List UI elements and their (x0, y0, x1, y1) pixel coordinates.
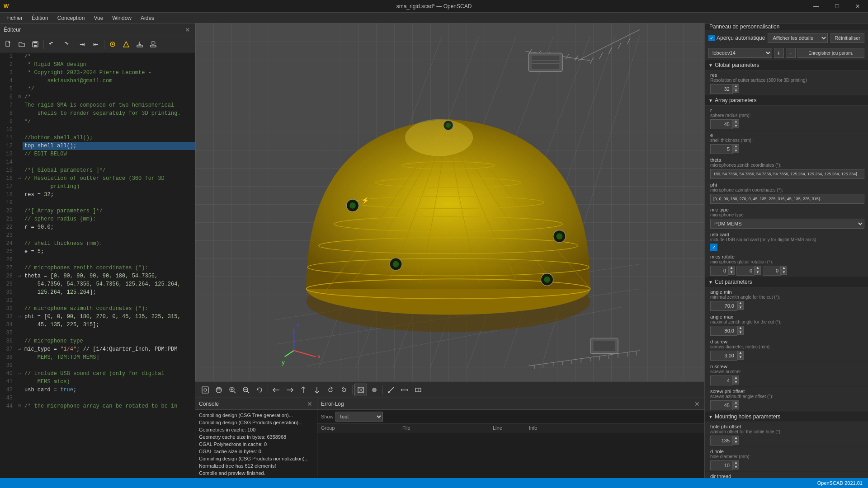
param-theta-input[interactable] (710, 169, 864, 179)
param-e-input[interactable] (710, 144, 733, 154)
menu-conception[interactable]: Conception (53, 14, 90, 22)
param-d-screw-up[interactable]: ▲ (737, 351, 744, 355)
param-usb-card-checkbox[interactable]: ✓ (710, 244, 717, 251)
mics-rotate-x-input[interactable] (710, 266, 728, 276)
section-array[interactable]: ▼ Array parameters (705, 95, 868, 106)
unindent-button[interactable]: ⇤ (90, 38, 102, 51)
errorlog-close[interactable]: ✕ (693, 400, 701, 408)
auto-preview-label[interactable]: ✓ Aperçu automatique (708, 35, 765, 41)
param-hole-phi-up[interactable]: ▲ (733, 436, 739, 440)
param-screw-phi-down[interactable]: ▼ (733, 405, 739, 409)
param-n-screw-input[interactable] (710, 375, 733, 385)
param-screw-phi-input[interactable] (710, 400, 733, 410)
mics-rotate-x-up[interactable]: ▲ (728, 266, 735, 270)
param-angle-min-up[interactable]: ▲ (737, 301, 744, 305)
render-button[interactable] (120, 38, 132, 51)
view-rotate-cw[interactable] (324, 384, 337, 396)
mics-rotate-z-down[interactable]: ▼ (781, 270, 787, 275)
editor-close[interactable]: ✕ (184, 26, 191, 33)
param-angle-min-input[interactable] (710, 301, 737, 311)
save-file-button[interactable] (29, 38, 42, 51)
param-screw-phi-up[interactable]: ▲ (733, 400, 739, 405)
menu-fichier[interactable]: Fichier (2, 14, 27, 22)
indent-button[interactable]: ⇥ (76, 38, 89, 51)
mics-rotate-y-down[interactable]: ▼ (755, 270, 761, 275)
auto-preview-checkbox[interactable]: ✓ (708, 35, 715, 41)
mics-rotate-y-input[interactable] (736, 266, 755, 276)
minimize-button[interactable]: — (806, 0, 826, 13)
menu-window[interactable]: Window (108, 14, 136, 22)
param-e-up[interactable]: ▲ (733, 144, 739, 149)
viewport[interactable]: ⚡ (195, 23, 704, 381)
param-e: e shell thickness (mm): ▲ ▼ (705, 131, 868, 155)
new-file-button[interactable] (2, 38, 14, 51)
code-line-41: 41 MEMS mics) (0, 378, 195, 386)
save-profile-button[interactable]: Enregistrer jeu param. (797, 48, 865, 58)
maximize-button[interactable]: ☐ (826, 0, 847, 13)
param-res-down[interactable]: ▼ (733, 89, 739, 93)
export-stl-button[interactable] (133, 38, 146, 51)
reset-button[interactable]: Réinitialiser (830, 33, 864, 43)
param-res-input[interactable] (710, 84, 733, 94)
profile-remove-button[interactable]: - (786, 48, 796, 58)
menu-vue[interactable]: Vue (89, 14, 108, 22)
menu-aides[interactable]: Aides (136, 14, 159, 22)
param-d-screw-input[interactable] (710, 351, 737, 361)
view-pan-right[interactable] (283, 384, 296, 396)
profile-add-button[interactable]: + (774, 48, 784, 58)
param-n-screw-up[interactable]: ▲ (733, 375, 739, 380)
view-zoom-in[interactable] (226, 384, 239, 396)
open-file-button[interactable] (15, 38, 28, 51)
view-pan-down[interactable] (311, 384, 323, 396)
section-mounting[interactable]: ▼ Mounting holes parameters (705, 412, 868, 422)
code-editor[interactable]: 1 /* 2 * Rigid SMA design 3 * Copyright … (0, 52, 195, 488)
param-mic-type-select[interactable]: PDM MEMS 1/4 Quarter Inch TDM MEMS (710, 219, 864, 229)
code-line-18: 18 res = 32; (0, 191, 195, 199)
section-global[interactable]: ▼ Global parameters (705, 60, 868, 70)
show-select[interactable]: Tout Erreurs Avertissements (335, 412, 383, 422)
section-cut[interactable]: ▼ Cut parameters (705, 277, 868, 287)
mics-rotate-z-input[interactable] (763, 266, 781, 276)
undo-button[interactable] (46, 38, 58, 51)
param-angle-max-input[interactable] (710, 326, 737, 336)
param-angle-min-down[interactable]: ▼ (737, 305, 744, 310)
details-select[interactable]: Afficher les détails (768, 33, 828, 43)
mics-rotate-x-down[interactable]: ▼ (728, 270, 735, 275)
view-measure[interactable] (385, 384, 397, 396)
view-rotate-ccw[interactable] (338, 384, 350, 396)
view-measure2[interactable] (398, 384, 411, 396)
view-measure3[interactable] (412, 384, 425, 396)
mics-rotate-y-up[interactable]: ▲ (755, 266, 761, 270)
param-r-down[interactable]: ▼ (733, 124, 739, 128)
view-reset[interactable] (253, 384, 266, 396)
param-r-up[interactable]: ▲ (733, 119, 739, 124)
param-hole-phi-input[interactable] (710, 436, 733, 446)
mics-rotate-z-up[interactable]: ▲ (781, 266, 787, 270)
console-close[interactable]: ✕ (306, 400, 313, 408)
param-e-down[interactable]: ▼ (733, 149, 739, 153)
export-dxf-button[interactable] (147, 38, 160, 51)
param-d-hole-up[interactable]: ▲ (733, 460, 739, 465)
param-d-hole-input[interactable] (710, 460, 733, 470)
param-hole-phi-down[interactable]: ▼ (733, 440, 739, 445)
param-phi-input[interactable] (710, 194, 864, 204)
view-btn-2[interactable] (212, 384, 225, 396)
view-wireframe[interactable] (354, 384, 367, 396)
preview-button[interactable] (106, 38, 119, 51)
view-pan-left[interactable] (270, 384, 283, 396)
menu-edition[interactable]: Édition (27, 14, 53, 22)
param-d-screw-down[interactable]: ▼ (737, 355, 744, 360)
profile-select[interactable]: lebedev14 (708, 48, 772, 58)
view-solid[interactable] (368, 384, 381, 396)
param-angle-max-up[interactable]: ▲ (737, 326, 744, 330)
view-btn-1[interactable] (199, 384, 212, 396)
redo-button[interactable] (59, 38, 72, 51)
param-r-input[interactable] (710, 119, 733, 129)
param-d-hole-down[interactable]: ▼ (733, 465, 739, 469)
param-res-up[interactable]: ▲ (733, 84, 739, 89)
close-button[interactable]: ✕ (847, 0, 868, 13)
view-zoom-out[interactable] (240, 384, 252, 396)
param-angle-max-down[interactable]: ▼ (737, 330, 744, 335)
view-pan-up[interactable] (297, 384, 310, 396)
param-n-screw-down[interactable]: ▼ (733, 380, 739, 385)
